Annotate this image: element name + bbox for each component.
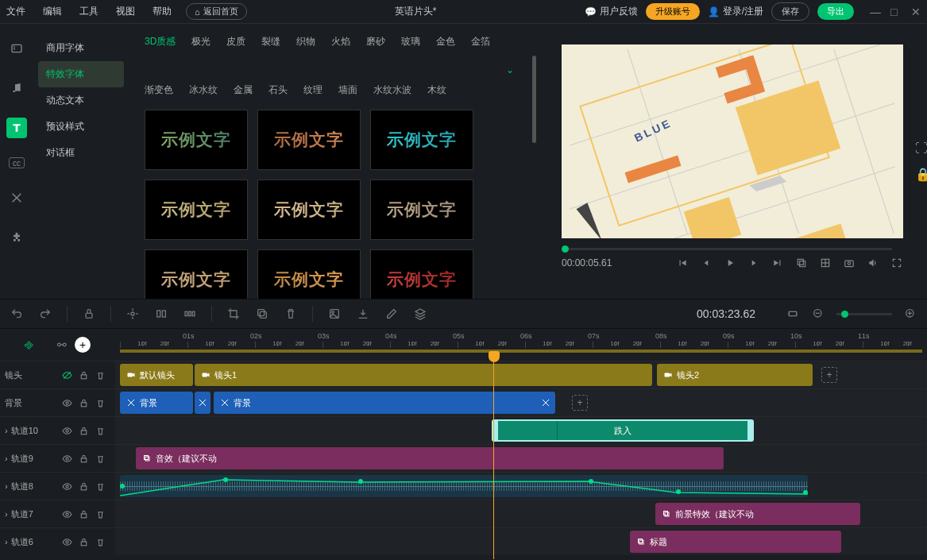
clip-audio[interactable] [120, 475, 808, 497]
filter-gold[interactable]: 金色 [436, 35, 455, 48]
return-home-button[interactable]: ⌂ 返回首页 [186, 3, 247, 20]
vertical-scrollbar[interactable] [532, 56, 536, 143]
visibility-icon[interactable] [62, 370, 72, 380]
lock-track-icon[interactable] [79, 426, 89, 436]
filter-crack[interactable]: 裂缝 [261, 35, 280, 48]
lock-track-icon[interactable] [79, 370, 89, 380]
filter-stone[interactable]: 石头 [268, 83, 288, 97]
track-body-shot[interactable]: 默认镜头 镜头1 镜头2 + [115, 361, 927, 388]
track-body-6[interactable]: 标题 [115, 528, 927, 555]
delete-track-icon[interactable] [95, 426, 106, 436]
lock-icon[interactable]: 🔒 [915, 167, 926, 178]
text-preset-thumb[interactable]: 示例文字 [145, 110, 248, 170]
snapshot-icon[interactable] [843, 257, 856, 269]
filter-aurora[interactable]: 极光 [191, 35, 211, 48]
visibility-icon[interactable] [62, 426, 72, 436]
text-preset-thumb[interactable]: 示例文字 [257, 180, 361, 240]
clip-bg-trans1[interactable] [195, 392, 211, 414]
track-label-10[interactable]: ›轨道10 [0, 417, 52, 444]
delete-track-icon[interactable] [95, 398, 106, 408]
text-preset-thumb[interactable]: 示例文字 [257, 110, 361, 170]
plugin-icon[interactable] [6, 227, 27, 248]
track-body-9[interactable]: 音效（建议不动 [115, 445, 927, 472]
copy-icon[interactable] [255, 307, 269, 321]
delete-track-icon[interactable] [95, 509, 106, 519]
volume-icon[interactable] [867, 257, 879, 269]
fit-icon[interactable] [786, 307, 800, 321]
upgrade-button[interactable]: 升级账号 [646, 3, 700, 20]
zoom-out-icon[interactable] [811, 307, 825, 321]
visibility-icon[interactable] [62, 509, 72, 519]
track-body-bg[interactable]: 背景 背景 + [115, 389, 927, 416]
edit-icon[interactable] [384, 307, 399, 321]
prev-frame-icon[interactable] [676, 257, 689, 269]
filter-flame[interactable]: 火焰 [331, 35, 350, 48]
minimize-icon[interactable]: — [870, 7, 879, 17]
text-preset-thumb[interactable]: 示例文字 [370, 249, 473, 299]
preview-progress[interactable] [562, 248, 903, 250]
playhead[interactable] [489, 351, 500, 362]
download-icon[interactable] [356, 307, 370, 321]
cat-dialog-box[interactable]: 对话框 [33, 140, 129, 166]
menu-edit[interactable]: 编辑 [43, 5, 62, 18]
feedback-button[interactable]: 💬 用户反馈 [585, 5, 638, 18]
visibility-icon[interactable] [62, 454, 72, 464]
range-bar[interactable] [120, 350, 922, 353]
add-bg-button[interactable]: + [572, 395, 588, 411]
login-button[interactable]: 👤 登录/注册 [708, 5, 763, 18]
marker-icon[interactable]: ⎆ [25, 337, 33, 353]
filter-glass[interactable]: 玻璃 [401, 35, 420, 48]
menu-file[interactable]: 文件 [6, 5, 25, 18]
clip-bg2[interactable]: 背景 [214, 392, 555, 414]
track-label-bg[interactable]: 背景 [0, 389, 52, 416]
expand-icon[interactable]: ⛶ [915, 141, 926, 153]
crop-icon[interactable] [226, 307, 241, 321]
track-label-shot[interactable]: 镜头 [0, 361, 52, 388]
visibility-icon[interactable] [62, 537, 72, 547]
play-icon[interactable] [724, 257, 736, 269]
step-forward-icon[interactable] [747, 257, 760, 269]
add-shot-button[interactable]: + [821, 367, 837, 383]
filter-wall[interactable]: 墙面 [338, 83, 357, 97]
clip-sfx[interactable]: 音效（建议不动 [136, 447, 724, 469]
export-button[interactable]: 导出 [817, 3, 854, 20]
media-icon[interactable] [6, 38, 27, 59]
lock-track-icon[interactable] [79, 398, 89, 408]
delete-icon[interactable] [284, 307, 298, 321]
lock-track-icon[interactable] [79, 509, 89, 519]
delete-track-icon[interactable] [95, 370, 106, 380]
track-body-8[interactable] [115, 473, 927, 500]
link-icon[interactable]: ⚯ [57, 338, 67, 351]
layers-icon[interactable] [413, 307, 427, 321]
text-preset-thumb[interactable]: 示例文字 [257, 249, 361, 299]
text-icon[interactable] [6, 118, 27, 138]
menu-tools[interactable]: 工具 [79, 5, 98, 18]
visibility-icon[interactable] [62, 481, 72, 492]
filter-gradient[interactable]: 渐变色 [145, 83, 173, 97]
clip-fg-fx[interactable]: 前景特效（建议不动 [655, 503, 860, 525]
zoom-slider[interactable] [836, 313, 892, 315]
track-body-7[interactable]: 前景特效（建议不动 [115, 500, 927, 527]
clip-title[interactable]: 标题 [630, 531, 841, 553]
filter-icewater[interactable]: 冰水纹 [189, 83, 218, 97]
undo-icon[interactable] [10, 307, 24, 321]
filter-leather[interactable]: 皮质 [226, 35, 245, 48]
track-label-8[interactable]: ›轨道8 [0, 473, 52, 500]
filter-3d[interactable]: 3D质感 [145, 35, 176, 48]
track-label-6[interactable]: ›轨道6 [0, 528, 52, 555]
text-preset-thumb[interactable]: 示例文字 [370, 180, 473, 240]
clip-shot1[interactable]: 镜头1 [195, 364, 652, 386]
clip-default-shot[interactable]: 默认镜头 [120, 364, 193, 386]
step-back-icon[interactable] [700, 257, 713, 269]
menu-help[interactable]: 帮助 [153, 5, 172, 18]
filter-wood[interactable]: 木纹 [427, 83, 446, 97]
track-label-7[interactable]: ›轨道7 [0, 500, 52, 527]
delete-track-icon[interactable] [95, 481, 106, 492]
save-button[interactable]: 保存 [771, 2, 809, 21]
effects-icon[interactable] [6, 187, 27, 208]
ripple-icon[interactable] [183, 307, 197, 321]
lock-timeline-icon[interactable] [82, 307, 96, 321]
filter-fabric[interactable]: 织物 [296, 35, 315, 48]
lock-track-icon[interactable] [79, 454, 89, 464]
close-icon[interactable]: ✕ [911, 7, 921, 17]
